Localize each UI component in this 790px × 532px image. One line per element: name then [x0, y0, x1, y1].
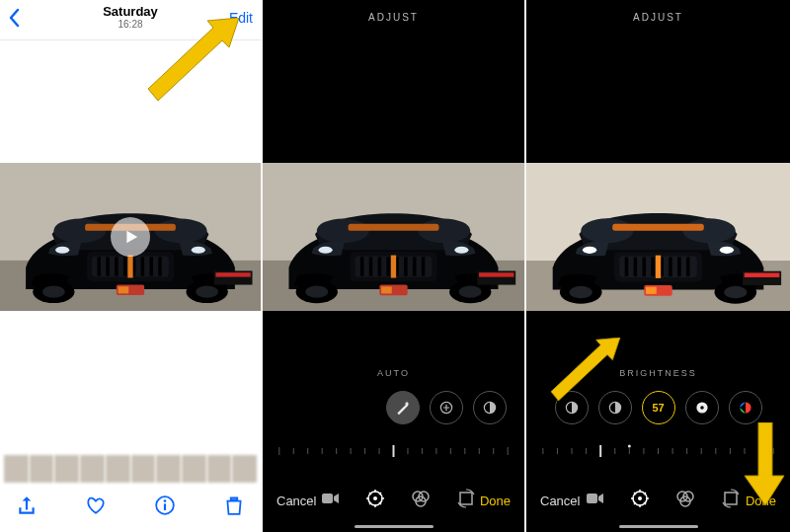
editor-preview[interactable] — [526, 163, 790, 311]
editor-tabs — [580, 489, 745, 512]
done-button[interactable]: Done — [480, 494, 511, 508]
video-preview[interactable] — [0, 163, 261, 311]
heart-icon[interactable] — [85, 494, 107, 520]
blackpoint-dial[interactable] — [685, 391, 719, 424]
saturation-dial[interactable] — [729, 391, 762, 424]
adjust-dial-row[interactable] — [263, 386, 524, 429]
cancel-button[interactable]: Cancel — [276, 494, 316, 508]
annotation-arrow-brightness — [547, 338, 630, 407]
editor-preview[interactable] — [263, 163, 524, 311]
exposure-dial[interactable] — [430, 391, 463, 424]
cancel-button[interactable]: Cancel — [540, 494, 580, 508]
editor-bottom-bar: Cancel Done — [263, 485, 524, 516]
brightness-dial-selected[interactable]: 57 — [642, 391, 675, 424]
editor-mode-label: ADJUST — [526, 4, 790, 30]
editor-mode-label: ADJUST — [263, 4, 524, 30]
thumbnail-strip[interactable] — [0, 455, 261, 483]
tab-adjust-icon[interactable] — [365, 489, 385, 512]
play-icon[interactable] — [111, 217, 150, 257]
annotation-arrow-done — [739, 422, 788, 507]
editor-panel-auto: ADJUST AUTO Cancel Done — [263, 0, 524, 532]
contrast-dial[interactable] — [473, 391, 507, 424]
share-icon[interactable] — [16, 494, 38, 520]
editor-tabs — [316, 489, 479, 512]
annotation-arrow-edit — [148, 18, 247, 109]
brightness-value: 57 — [652, 402, 664, 414]
tab-crop-icon[interactable] — [456, 489, 476, 512]
car-image — [526, 163, 790, 311]
home-indicator — [355, 525, 434, 528]
adjust-slider[interactable] — [275, 443, 513, 457]
auto-dial[interactable] — [386, 391, 420, 424]
tab-video-icon[interactable] — [585, 489, 604, 512]
tab-filters-icon[interactable] — [411, 489, 431, 512]
info-icon[interactable] — [154, 494, 176, 520]
tab-filters-icon[interactable] — [675, 489, 695, 512]
home-indicator — [619, 525, 698, 528]
trash-icon[interactable] — [223, 494, 245, 520]
svg-point-75 — [628, 445, 631, 448]
car-image — [263, 163, 524, 311]
photos-toolbar — [0, 489, 261, 526]
adjust-category-label: AUTO — [263, 368, 524, 378]
tab-video-icon[interactable] — [320, 489, 340, 512]
photo-day-label: Saturday — [0, 4, 261, 19]
tab-adjust-icon[interactable] — [630, 489, 650, 512]
